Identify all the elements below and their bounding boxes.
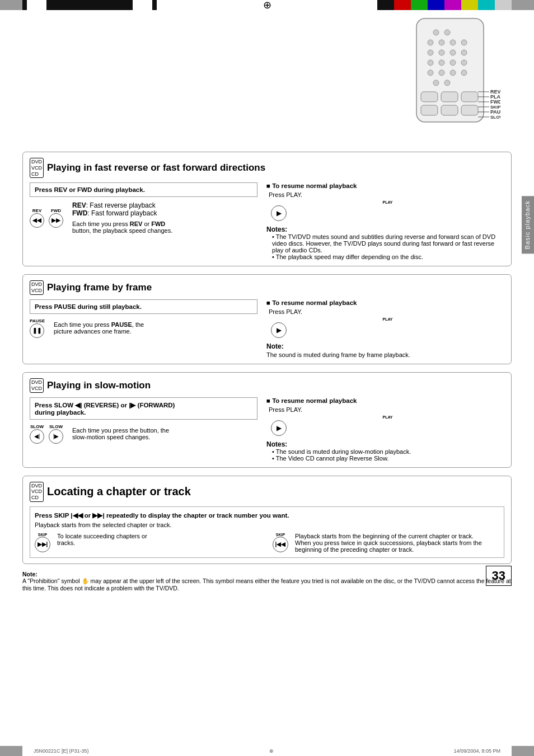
section2-content: Press PAUSE during still playback. PAUSE…: [30, 299, 504, 358]
top-bar-black-left: [22, 0, 157, 10]
section3-title: DVDVCD Playing in slow-motion: [30, 378, 504, 393]
footer-note-title: Note:: [22, 571, 38, 577]
section1-note1: The TV/DVD mutes sound and subtitles dur…: [272, 233, 504, 253]
svg-rect-24: [421, 105, 438, 115]
top-bar-color-blocks: [377, 0, 512, 10]
svg-rect-22: [441, 92, 458, 102]
slow-rev-button[interactable]: ◀|: [30, 429, 44, 444]
rev-button-wrap: REV ◀◀: [30, 208, 44, 228]
section1-press-play: Press PLAY.: [269, 191, 504, 198]
section3-buttons: SLOW ◀| SLOW |▶ Each time you press the …: [30, 424, 257, 444]
section2-desc: Each time you press PAUSE, thepicture ad…: [54, 321, 144, 335]
section2-to-resume-title: ■ To resume normal playback: [266, 299, 504, 306]
skip-fwd-label: SKIP: [35, 533, 50, 537]
section2-title-text: Playing frame by frame: [47, 282, 152, 293]
section-slow-motion: DVDVCD Playing in slow-motion Press SLOW…: [22, 372, 512, 468]
skip-rev-button[interactable]: |◀◀: [273, 537, 288, 552]
fwd-label: FWD: [51, 208, 61, 213]
section3-notes-title: Notes:: [266, 440, 504, 448]
skip-fwd-wrap: SKIP ▶▶|: [35, 533, 50, 552]
section1-notes-title: Notes:: [266, 226, 504, 233]
section2-note-title: Note:: [266, 342, 504, 350]
section-fast-playback: DVDVCDCD Playing in fast reverse or fast…: [22, 152, 512, 266]
section1-desc: REV: Fast reverse playback FWD: Fast for…: [72, 201, 172, 234]
page: ⊕: [0, 0, 534, 756]
section3-press-play: Press PLAY.: [269, 406, 504, 413]
top-bar-right-margin: [512, 0, 534, 10]
pause-label: PAUSE: [30, 318, 45, 323]
section1-press-box: Press REV or FWD during playback.: [30, 182, 257, 197]
svg-point-3: [428, 40, 433, 45]
section1-each-time: Each time you press REV or FWDbutton, th…: [72, 220, 172, 234]
sidebar-label: Basic playback: [522, 196, 534, 253]
svg-point-13: [450, 60, 456, 65]
play-btn-1[interactable]: ▶: [271, 205, 287, 221]
svg-point-15: [428, 70, 433, 76]
play-btn-3[interactable]: ▶: [271, 420, 287, 436]
skip-fwd-button[interactable]: ▶▶|: [35, 537, 50, 552]
section-frame-by-frame: DVDVCD Playing frame by frame Press PAUS…: [22, 274, 512, 364]
section4-fwd-text: To locate succeeding chapters ortracks.: [57, 533, 147, 546]
skip-rev-wrap: SKIP |◀◀: [273, 533, 288, 552]
bottom-left-text: J5N00221C [E] (P31-35): [34, 748, 89, 754]
pause-button-wrap: PAUSE ❚❚: [30, 318, 45, 338]
slow-fwd-button[interactable]: |▶: [49, 429, 63, 444]
section1-left: Press REV or FWD during playback. REV ◀◀…: [30, 182, 257, 260]
svg-point-14: [461, 60, 467, 65]
section3-play-button: PLAY ▶: [271, 415, 504, 436]
slow-fwd-label: SLOW: [49, 424, 63, 429]
svg-point-2: [444, 30, 450, 35]
bottom-right-text: 14/09/2004, 8:05 PM: [453, 748, 500, 754]
section1-to-resume-title: ■ To resume normal playback: [266, 182, 504, 189]
section1-content: Press REV or FWD during playback. REV ◀◀…: [30, 182, 504, 260]
bottom-mid-bar: J5N00221C [E] (P31-35) ⊕ 14/09/2004, 8:0…: [22, 746, 512, 756]
section4-press-box: Press SKIP |◀◀ or ▶▶| repeatedly to disp…: [35, 511, 499, 519]
crosshair-symbol: ⊕: [263, 0, 271, 11]
page-number: 33: [486, 566, 512, 586]
section-locating: DVDVCDCD Locating a chapter or track Pre…: [22, 476, 512, 564]
section3-desc: Each time you press the button, theslow-…: [72, 427, 169, 440]
svg-point-4: [439, 40, 444, 45]
rev-label: REV: [32, 208, 41, 213]
svg-text:FWD: FWD: [490, 99, 500, 105]
pause-button[interactable]: ❚❚: [30, 323, 44, 338]
bottom-left-bar: [0, 746, 22, 756]
rev-desc-bold: REV: [72, 201, 86, 209]
section1-right: ■ To resume normal playback Press PLAY. …: [266, 182, 504, 260]
section1-buttons: REV ◀◀ FWD ▶▶ REV: Fast reverse playback: [30, 201, 257, 234]
section3-note1: The sound is muted during slow-motion pl…: [272, 448, 504, 455]
section3-press-box: Press SLOW ◀| (REVERSE) or |▶ (FORWARD)d…: [30, 397, 257, 420]
svg-rect-23: [461, 92, 478, 102]
svg-point-9: [450, 50, 456, 55]
section1-title-text: Playing in fast reverse or fast forward …: [47, 162, 265, 173]
svg-point-17: [450, 70, 456, 76]
slow-rev-wrap: SLOW ◀|: [30, 424, 44, 444]
fwd-desc-text: : Fast forward playback: [87, 209, 157, 217]
fwd-button[interactable]: ▶▶: [49, 213, 63, 228]
play-btn-2[interactable]: ▶: [271, 322, 287, 338]
fwd-button-wrap: FWD ▶▶: [49, 208, 63, 228]
section4-title: DVDVCDCD Locating a chapter or track: [30, 482, 504, 502]
section4-inner-box: Press SKIP |◀◀ or ▶▶| repeatedly to disp…: [30, 506, 504, 558]
section4-rev-text: Playback starts from the beginning of th…: [295, 533, 499, 553]
section3-title-text: Playing in slow-motion: [47, 380, 151, 391]
svg-rect-26: [461, 105, 478, 115]
dvd-icon-1: DVDVCDCD: [30, 158, 44, 178]
fwd-desc-line: FWD: Fast forward playback: [72, 209, 172, 217]
footer-note-text: A "Prohibition" symbol ✋ may appear at t…: [22, 577, 511, 591]
section2-note-text: The sound is muted during frame by frame…: [266, 351, 504, 358]
svg-point-8: [439, 50, 444, 55]
skip-rev-label: SKIP: [273, 533, 288, 537]
section3-content: Press SLOW ◀| (REVERSE) or |▶ (FORWARD)d…: [30, 397, 504, 462]
svg-point-6: [461, 40, 467, 45]
svg-rect-21: [421, 92, 438, 102]
svg-point-10: [461, 50, 467, 55]
section2-title: DVDVCD Playing frame by frame: [30, 280, 504, 295]
section4-col-rev: SKIP |◀◀ Playback starts from the beginn…: [273, 533, 499, 553]
dvd-icon-3: DVDVCD: [30, 378, 44, 393]
rev-button[interactable]: ◀◀: [30, 213, 44, 228]
svg-text:PAUSE: PAUSE: [490, 109, 500, 115]
main-content: REV PLAY FWD SKIP ◀◀/▶▶ PAUSE SLOW ◀|/|▶: [0, 10, 534, 619]
svg-point-19: [433, 80, 439, 86]
rev-desc-text: : Fast reverse playback: [86, 201, 156, 209]
